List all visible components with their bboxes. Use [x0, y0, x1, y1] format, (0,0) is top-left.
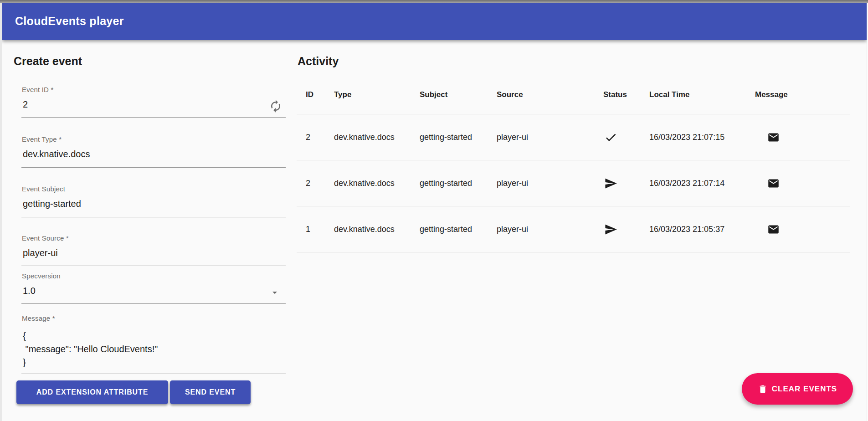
email-icon[interactable] — [767, 177, 780, 190]
activity-table: ID Type Subject Source Status Local Time… — [297, 75, 850, 252]
event-source-label: Event Source * — [22, 234, 69, 242]
cell-subject: getting-started — [420, 225, 497, 234]
col-header-type: Type — [334, 90, 420, 99]
cell-message[interactable] — [755, 223, 850, 236]
window-left-edge — [0, 3, 2, 421]
cell-message[interactable] — [755, 131, 850, 144]
message-textarea[interactable]: { "message": "Hello CloudEvents!" } — [23, 329, 158, 369]
trash-icon — [758, 384, 768, 394]
email-icon[interactable] — [767, 131, 780, 144]
table-header-row: ID Type Subject Source Status Local Time… — [297, 75, 850, 114]
event-subject-field[interactable]: Event Subject getting-started — [21, 185, 286, 217]
cell-status — [603, 223, 649, 236]
clear-events-button[interactable]: CLEAR EVENTS — [742, 373, 853, 405]
cell-id: 1 — [297, 225, 334, 234]
cell-id: 2 — [297, 133, 334, 142]
send-icon — [604, 177, 617, 190]
event-type-field[interactable]: Event Type * dev.knative.docs — [21, 135, 286, 168]
cell-source: player-ui — [497, 225, 603, 234]
clear-events-label: CLEAR EVENTS — [772, 385, 837, 394]
message-label: Message * — [22, 314, 55, 322]
event-id-input[interactable]: 2 — [23, 98, 28, 111]
create-event-heading: Create event — [14, 55, 82, 68]
col-header-message: Message — [755, 90, 850, 99]
event-source-input[interactable]: player-ui — [23, 246, 58, 260]
app-title: CloudEvents player — [15, 15, 124, 28]
cell-source: player-ui — [497, 179, 603, 188]
table-row[interactable]: 2 dev.knative.docs getting-started playe… — [297, 160, 850, 206]
event-type-input[interactable]: dev.knative.docs — [23, 148, 90, 161]
col-header-subject: Subject — [420, 90, 497, 99]
send-icon — [604, 223, 617, 236]
table-row[interactable]: 1 dev.knative.docs getting-started playe… — [297, 206, 850, 252]
specversion-field[interactable]: Specversion 1.0 — [21, 272, 286, 304]
cell-message[interactable] — [755, 177, 850, 190]
specversion-select[interactable]: 1.0 — [23, 284, 36, 298]
specversion-label: Specversion — [22, 272, 61, 280]
cell-type: dev.knative.docs — [334, 225, 420, 234]
cell-type: dev.knative.docs — [334, 179, 420, 188]
message-field[interactable]: Message * { "message": "Hello CloudEvent… — [21, 314, 286, 374]
cell-source: player-ui — [497, 133, 603, 142]
event-subject-input[interactable]: getting-started — [23, 197, 81, 210]
cell-subject: getting-started — [420, 179, 497, 188]
event-id-label: Event ID * — [22, 86, 54, 93]
cell-status — [603, 177, 649, 190]
event-source-field[interactable]: Event Source * player-ui — [21, 234, 286, 266]
cell-local-time: 16/03/2023 21:05:37 — [649, 225, 755, 234]
add-extension-attribute-button[interactable]: ADD EXTENSION ATTRIBUTE — [16, 380, 168, 404]
col-header-status: Status — [603, 90, 649, 99]
check-icon — [604, 131, 617, 144]
cell-id: 2 — [297, 179, 334, 188]
cell-subject: getting-started — [420, 133, 497, 142]
email-icon[interactable] — [767, 223, 780, 236]
cell-type: dev.knative.docs — [334, 133, 420, 142]
table-row[interactable]: 2 dev.knative.docs getting-started playe… — [297, 114, 850, 160]
col-header-source: Source — [497, 90, 603, 99]
send-event-button[interactable]: SEND EVENT — [170, 380, 251, 404]
event-type-label: Event Type * — [22, 135, 62, 143]
col-header-id: ID — [297, 90, 334, 99]
window-top-edge — [0, 0, 868, 3]
app-bar: CloudEvents player — [2, 3, 867, 40]
cell-local-time: 16/03/2023 21:07:14 — [649, 179, 755, 188]
event-subject-label: Event Subject — [22, 185, 65, 193]
dropdown-arrow-icon[interactable] — [269, 287, 280, 298]
col-header-local-time: Local Time — [649, 90, 755, 99]
activity-heading: Activity — [298, 55, 339, 68]
cell-local-time: 16/03/2023 21:07:15 — [649, 133, 755, 142]
event-id-field[interactable]: Event ID * 2 — [21, 86, 286, 118]
cell-status — [603, 131, 649, 144]
autorenew-icon[interactable] — [269, 99, 282, 113]
